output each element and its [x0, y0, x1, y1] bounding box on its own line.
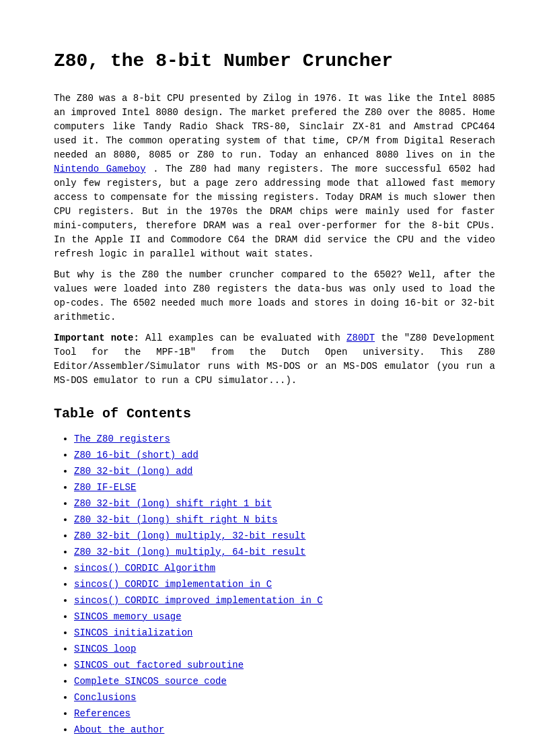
- toc-link-2[interactable]: Z80 32-bit (long) add: [74, 466, 192, 477]
- toc-link-18[interactable]: About the author: [74, 724, 164, 735]
- nintendo-link[interactable]: Nintendo Gameboy: [54, 164, 146, 174]
- list-item: About the author: [74, 723, 495, 737]
- list-item: Z80 32-bit (long) multiply, 32-bit resul…: [74, 529, 495, 543]
- toc-link-6[interactable]: Z80 32-bit (long) multiply, 32-bit resul…: [74, 530, 305, 541]
- important-note-paragraph: Important note: All examples can be eval…: [54, 331, 495, 388]
- intro-paragraph-1: The Z80 was a 8-bit CPU presented by Zil…: [54, 92, 495, 261]
- list-item: Z80 32-bit (long) shift right N bits: [74, 513, 495, 527]
- list-item: Z80 32-bit (long) shift right 1 bit: [74, 497, 495, 511]
- toc-link-5[interactable]: Z80 32-bit (long) shift right N bits: [74, 514, 277, 525]
- list-item: sincos() CORDIC implementation in C: [74, 578, 495, 592]
- list-item: Z80 32-bit (long) multiply, 64-bit resul…: [74, 545, 495, 559]
- list-item: Conclusions: [74, 691, 495, 705]
- list-item: SINCOS out factored subroutine: [74, 658, 495, 673]
- toc-heading: Table of Contents: [54, 404, 495, 424]
- toc-link-0[interactable]: The Z80 registers: [74, 434, 170, 444]
- table-of-contents: Table of Contents The Z80 registersZ80 1…: [54, 404, 495, 737]
- intro-text-1: The Z80 was a 8-bit CPU presented by Zil…: [54, 93, 495, 160]
- toc-link-14[interactable]: SINCOS out factored subroutine: [74, 660, 244, 671]
- list-item: References: [74, 707, 495, 721]
- toc-link-15[interactable]: Complete SINCOS source code: [74, 676, 227, 687]
- toc-list: The Z80 registersZ80 16-bit (short) addZ…: [74, 432, 495, 737]
- toc-link-7[interactable]: Z80 32-bit (long) multiply, 64-bit resul…: [74, 547, 305, 557]
- important-label: Important note:: [54, 333, 139, 343]
- list-item: sincos() CORDIC improved implementation …: [74, 594, 495, 608]
- list-item: Z80 IF-ELSE: [74, 481, 495, 495]
- toc-link-17[interactable]: References: [74, 708, 131, 719]
- list-item: SINCOS memory usage: [74, 610, 495, 624]
- list-item: sincos() CORDIC Algorithm: [74, 561, 495, 576]
- toc-link-16[interactable]: Conclusions: [74, 692, 136, 703]
- list-item: Complete SINCOS source code: [74, 675, 495, 689]
- toc-link-8[interactable]: sincos() CORDIC Algorithm: [74, 563, 215, 574]
- important-text-1: All examples can be evaluated with: [145, 333, 340, 343]
- toc-link-13[interactable]: SINCOS loop: [74, 644, 136, 654]
- list-item: Z80 32-bit (long) add: [74, 465, 495, 479]
- list-item: SINCOS initialization: [74, 626, 495, 640]
- list-item: SINCOS loop: [74, 642, 495, 656]
- toc-link-1[interactable]: Z80 16-bit (short) add: [74, 450, 198, 460]
- toc-link-10[interactable]: sincos() CORDIC improved implementation …: [74, 595, 323, 606]
- page-title: Z80, the 8-bit Number Cruncher: [54, 47, 495, 75]
- toc-link-12[interactable]: SINCOS initialization: [74, 627, 192, 638]
- list-item: The Z80 registers: [74, 432, 495, 446]
- intro-paragraph-2: But why is the Z80 the number cruncher c…: [54, 268, 495, 324]
- list-item: Z80 16-bit (short) add: [74, 448, 495, 462]
- z80dt-link[interactable]: Z80DT: [346, 333, 375, 343]
- toc-link-11[interactable]: SINCOS memory usage: [74, 611, 182, 622]
- toc-link-3[interactable]: Z80 IF-ELSE: [74, 482, 136, 493]
- toc-link-4[interactable]: Z80 32-bit (long) shift right 1 bit: [74, 498, 272, 509]
- toc-link-9[interactable]: sincos() CORDIC implementation in C: [74, 579, 272, 590]
- intro-text-1-cont: . The Z80 had many registers. The more s…: [54, 164, 495, 259]
